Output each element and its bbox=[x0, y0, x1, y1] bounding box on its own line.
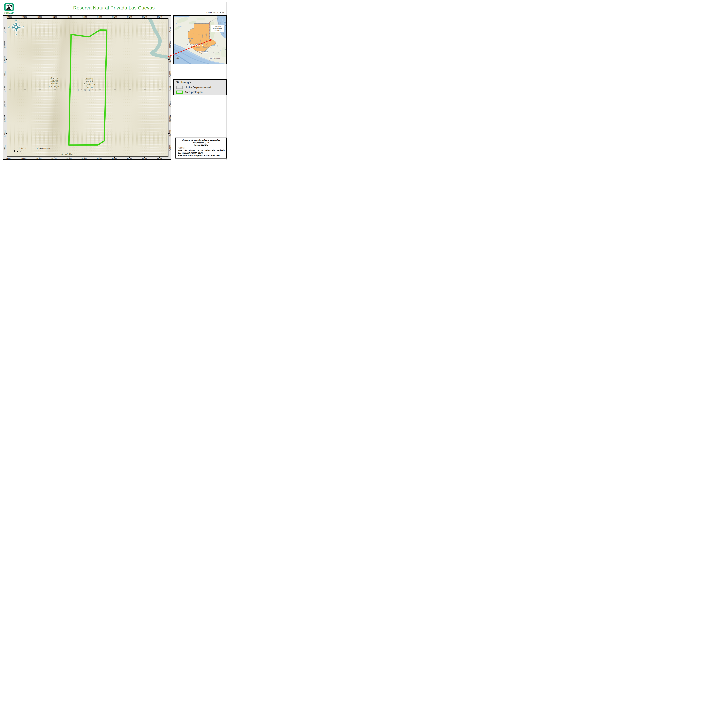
inset-road-label: 721 bbox=[176, 57, 179, 59]
source-line-1: Base de datos de la Dirección Análisis G… bbox=[178, 149, 224, 154]
compass-rose-icon: N E S O bbox=[8, 19, 24, 36]
inset-honduras-label: Ho bbox=[224, 48, 226, 50]
y-axis-label-right: 1747200 bbox=[169, 27, 171, 33]
y-axis-label-left: 1746600 bbox=[4, 71, 6, 78]
y-axis-label-left: 1746400 bbox=[4, 86, 6, 92]
y-axis-label-left: 1747000 bbox=[4, 42, 6, 48]
compass-west: O bbox=[8, 26, 10, 28]
source-line-2: Base de datos cartografía básica IGN 201… bbox=[178, 154, 224, 157]
territorial-note-line3: resuelto bbox=[215, 30, 221, 32]
label-izabal: IZABAL bbox=[78, 88, 99, 92]
map-axes: N E S O Reserva Natural Privada Candilej… bbox=[3, 15, 171, 160]
protected-area-swatch bbox=[176, 91, 183, 94]
y-axis-label-right: 1746800 bbox=[169, 56, 171, 63]
y-axis-label-left: 1746200 bbox=[4, 101, 6, 107]
y-axis-label-right: 1747000 bbox=[169, 42, 171, 48]
inset-san-salvador-dot bbox=[209, 60, 210, 61]
y-axis-label-right: 1746200 bbox=[169, 101, 171, 107]
header: CONAP Reserva Natural Privada Las Cuevas… bbox=[2, 2, 226, 16]
legend-title: Simbología bbox=[176, 81, 191, 84]
inset-gulf-label-2: o bbox=[225, 25, 226, 26]
label-reserva-las-cuevas: Reserva Natural Privada Las Cuevas bbox=[84, 77, 95, 88]
compass-south: S bbox=[16, 33, 17, 36]
y-axis-label-left: 1745800 bbox=[4, 130, 6, 137]
y-axis-label-right: 1746000 bbox=[169, 115, 171, 122]
departmental-boundary-swatch bbox=[176, 86, 183, 89]
document-id: DAGeos-437-2026-BS bbox=[205, 12, 224, 14]
map-frame: N E S O Reserva Natural Privada Candilej… bbox=[7, 18, 169, 157]
inset-city-label: Guatemala bbox=[199, 51, 208, 53]
inset-city-dot bbox=[198, 51, 199, 53]
projection-info-box: Sistema de coordenadas proyectadas Proye… bbox=[175, 138, 227, 159]
inset-gulf-label-1: Gu bbox=[224, 22, 227, 24]
river bbox=[149, 19, 168, 57]
y-axis-label-right: 1746400 bbox=[169, 86, 171, 92]
y-axis-label-left: 1746800 bbox=[4, 56, 6, 63]
legend: Simbología Límite Departamental Área pro… bbox=[173, 79, 227, 95]
conap-wordmark: CONAP bbox=[4, 12, 14, 14]
inset-country-label: Guatemala bbox=[187, 43, 204, 46]
scale-tick-label: 0 bbox=[14, 147, 15, 149]
y-axis-label-right: 1746600 bbox=[169, 71, 171, 78]
projection-line: Proyección GTM bbox=[178, 141, 224, 144]
fuente-label: Fuente: bbox=[178, 147, 224, 149]
legend-item-label: Límite Departamental bbox=[185, 86, 211, 89]
map-sheet: CONAP Reserva Natural Privada Las Cuevas… bbox=[0, 0, 228, 162]
territorial-note-line1: Diferendo bbox=[214, 26, 221, 27]
coord-system-line: Sistema de coordenadas proyectadas bbox=[178, 139, 224, 141]
y-axis-label-left: 1745600 bbox=[4, 145, 6, 151]
page-title: Reserva Natural Privada Las Cuevas bbox=[2, 5, 226, 11]
scale-unit-label: Kilómetros bbox=[40, 147, 50, 149]
datum-line: Datum WGS84 bbox=[178, 144, 224, 147]
map-canvas: N E S O Reserva Natural Privada Candilej… bbox=[7, 19, 168, 156]
inset-san-salvador-label: San Salvador bbox=[209, 57, 220, 59]
inset-belize-label: B bbox=[209, 27, 211, 30]
y-axis-label-right: 1745600 bbox=[169, 145, 171, 151]
location-dot bbox=[210, 39, 212, 40]
inset-locator-map: B Guatemala Guatemala San Salvador Ho Gu… bbox=[173, 15, 227, 64]
legend-item-label: Área protegida bbox=[185, 91, 203, 94]
compass-east: E bbox=[22, 26, 24, 28]
label-reserva-candilejas: Reserva Natural Privada Candilejas bbox=[49, 77, 59, 88]
y-axis-label-left: 1747200 bbox=[4, 27, 6, 33]
scale-tick-label: 0.09 bbox=[19, 147, 23, 149]
y-axis-label-left: 1746000 bbox=[4, 115, 6, 122]
y-axis-label-right: 1745800 bbox=[169, 130, 171, 137]
compass-north: N bbox=[16, 19, 17, 22]
territorial-note-line2: territorial no bbox=[213, 28, 222, 30]
